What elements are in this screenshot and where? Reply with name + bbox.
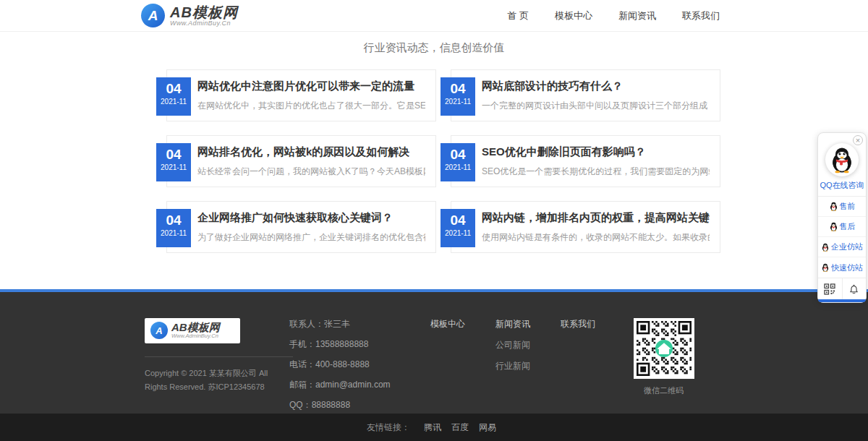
- wechat-qrcode: [634, 318, 694, 379]
- date-day: 04: [441, 80, 475, 98]
- footer-contact-column: 联系人：张三丰 手机：13588888888 电话：400-888-8888 邮…: [289, 318, 430, 419]
- footer-qrcode-block: 微信二维码: [629, 318, 698, 419]
- brand-name: AB模板网: [170, 5, 238, 20]
- news-title[interactable]: 网站底部设计的技巧有什么？: [482, 80, 710, 93]
- news-summary: 在网站优化中，其实图片的优化也占了很大一部分。它是SEO的重要组成...: [197, 100, 425, 112]
- qq-item-fast-clone[interactable]: 快速仿站: [818, 257, 866, 278]
- footer-link-title[interactable]: 模板中心: [430, 318, 495, 330]
- nav-item-news[interactable]: 新闻资讯: [618, 9, 656, 22]
- news-summary: 为了做好企业网站的网络推广，企业关键词排名的优化包含很多细节，其...: [197, 231, 425, 244]
- footer-link-title[interactable]: 新闻资讯: [495, 318, 561, 330]
- date-badge: 04 2021-11: [441, 209, 475, 247]
- contact-mobile: 手机：13588888888: [289, 338, 430, 351]
- close-icon[interactable]: ×: [853, 135, 863, 145]
- footer-logo[interactable]: A AB模板网 Www.AdminBuy.Cn: [145, 318, 240, 343]
- qq-icon: [821, 263, 830, 272]
- news-card[interactable]: 04 2021-11 网站底部设计的技巧有什么？ 一个完整的网页设计由头部中间以…: [451, 69, 720, 121]
- main-nav: 首 页 模板中心 新闻资讯 联系我们: [507, 9, 720, 22]
- date-badge: 04 2021-11: [156, 77, 191, 116]
- qq-icon: [821, 243, 830, 252]
- footer-links-templates: 模板中心: [430, 318, 495, 419]
- news-title[interactable]: SEO优化中删除旧页面有影响吗？: [482, 145, 710, 159]
- qq-item-label: 快速仿站: [831, 262, 863, 273]
- nav-item-templates[interactable]: 模板中心: [555, 9, 592, 22]
- news-card[interactable]: 04 2021-11 网站优化中注意图片优化可以带来一定的流量 在网站优化中，其…: [166, 69, 436, 121]
- qq-item-aftersale[interactable]: 售后: [818, 217, 866, 237]
- date-month: 2021-11: [156, 98, 191, 106]
- news-card[interactable]: 04 2021-11 SEO优化中删除旧页面有影响吗？ SEO优化是一个需要长期…: [451, 135, 720, 187]
- news-summary: 使用网站内链是有条件的，收录的网站不能太少。如果收录的网站很少，...: [482, 231, 710, 244]
- brand-tagline: Www.AdminBuy.Cn: [170, 20, 238, 27]
- date-day: 04: [156, 212, 191, 229]
- news-title[interactable]: 网站优化中注意图片优化可以带来一定的流量: [197, 80, 425, 93]
- date-month: 2021-11: [156, 163, 191, 172]
- panel-accent-strip: [818, 299, 866, 302]
- news-card[interactable]: 04 2021-11 企业网络推广如何快速获取核心关键词？ 为了做好企业网站的网…: [166, 201, 436, 253]
- footer-link-industry-news[interactable]: 行业新闻: [495, 360, 561, 372]
- news-title[interactable]: 网站排名优化，网站被k的原因以及如何解决: [197, 145, 425, 159]
- qq-item-label: 售前: [840, 201, 856, 212]
- news-summary: SEO优化是一个需要长期优化的过程，我们需要固定的为网站编辑内容，...: [482, 166, 710, 178]
- news-summary: 一个完整的网页设计由头部中间以及页脚设计三个部分组成，底部往往是...: [482, 100, 710, 112]
- qq-item-label: 售后: [840, 221, 856, 232]
- nav-item-contact[interactable]: 联系我们: [682, 9, 720, 22]
- date-badge: 04 2021-11: [441, 77, 475, 116]
- date-badge: 04 2021-11: [156, 143, 191, 181]
- qq-service-panel: × QQ在线咨询 售前 售后 企业仿站 快速仿站: [817, 132, 867, 303]
- contact-qq: QQ：88888888: [289, 399, 430, 411]
- news-title[interactable]: 网站内链，增加排名内页的权重，提高网站关键词的排名: [482, 211, 710, 225]
- qq-penguin-icon: [825, 143, 859, 176]
- date-day: 04: [441, 146, 475, 163]
- news-title[interactable]: 企业网络推广如何快速获取核心关键词？: [197, 211, 425, 225]
- footer-links-contact: 联系我们: [561, 318, 626, 419]
- date-month: 2021-11: [156, 229, 191, 238]
- site-logo[interactable]: A AB模板网 Www.AdminBuy.Cn: [141, 4, 238, 27]
- friend-link-baidu[interactable]: 百度: [451, 421, 469, 434]
- footer-brand-column: A AB模板网 Www.AdminBuy.Cn Copyright © 2021…: [145, 318, 289, 419]
- news-card[interactable]: 04 2021-11 网站排名优化，网站被k的原因以及如何解决 站长经常会问一个…: [166, 135, 436, 187]
- date-month: 2021-11: [441, 163, 475, 172]
- qq-item-enterprise-clone[interactable]: 企业仿站: [818, 237, 866, 257]
- date-day: 04: [156, 146, 191, 163]
- footer-links-news: 新闻资讯 公司新闻 行业新闻: [495, 318, 561, 419]
- friend-links-label: 友情链接：: [367, 421, 410, 434]
- footer-link-company-news[interactable]: 公司新闻: [495, 339, 561, 351]
- logo-letter-icon: A: [150, 322, 168, 339]
- copyright-text: Copyright © 2021 某某有限公司 All Rights Reser…: [145, 367, 282, 394]
- news-list: 04 2021-11 网站优化中注意图片优化可以带来一定的流量 在网站优化中，其…: [145, 69, 723, 253]
- date-day: 04: [156, 80, 191, 98]
- bell-icon[interactable]: [842, 278, 867, 299]
- header: A AB模板网 Www.AdminBuy.Cn 首 页 模板中心 新闻资讯 联系…: [0, 0, 868, 32]
- brand-name: AB模板网: [171, 322, 220, 333]
- footer-divider: [145, 356, 293, 357]
- nav-item-home[interactable]: 首 页: [507, 9, 529, 22]
- logo-letter-icon: A: [141, 4, 165, 27]
- friend-link-tencent[interactable]: 腾讯: [424, 421, 441, 434]
- friend-link-netease[interactable]: 网易: [479, 421, 496, 434]
- date-month: 2021-11: [441, 229, 475, 238]
- date-badge: 04 2021-11: [156, 209, 191, 247]
- qq-item-label: 企业仿站: [831, 241, 863, 252]
- contact-phone: 电话：400-888-8888: [289, 359, 430, 371]
- qq-panel-title: QQ在线咨询: [818, 179, 866, 197]
- page-title: 行业资讯动态，信息创造价值: [0, 41, 868, 55]
- date-month: 2021-11: [441, 98, 475, 106]
- contact-person: 联系人：张三丰: [289, 318, 430, 330]
- footer: A AB模板网 Www.AdminBuy.Cn Copyright © 2021…: [0, 292, 868, 414]
- date-day: 04: [441, 212, 475, 229]
- brand-tagline: Www.AdminBuy.Cn: [171, 333, 220, 339]
- news-card[interactable]: 04 2021-11 网站内链，增加排名内页的权重，提高网站关键词的排名 使用网…: [451, 201, 720, 253]
- qq-item-presale[interactable]: 售前: [818, 197, 866, 217]
- date-badge: 04 2021-11: [441, 143, 475, 181]
- qq-icon: [829, 202, 838, 211]
- qq-icon: [829, 222, 838, 231]
- main-content: 行业资讯动态，信息创造价值 04 2021-11 网站优化中注意图片优化可以带来…: [0, 32, 868, 289]
- qrcode-icon[interactable]: [818, 278, 842, 299]
- footer-link-title[interactable]: 联系我们: [561, 318, 626, 330]
- qrcode-caption: 微信二维码: [629, 385, 698, 396]
- contact-email: 邮箱：admin@admin.com: [289, 379, 430, 391]
- news-summary: 站长经常会问一个问题，我的网站被入K了吗？今天AB模板网小编写了一...: [197, 166, 425, 178]
